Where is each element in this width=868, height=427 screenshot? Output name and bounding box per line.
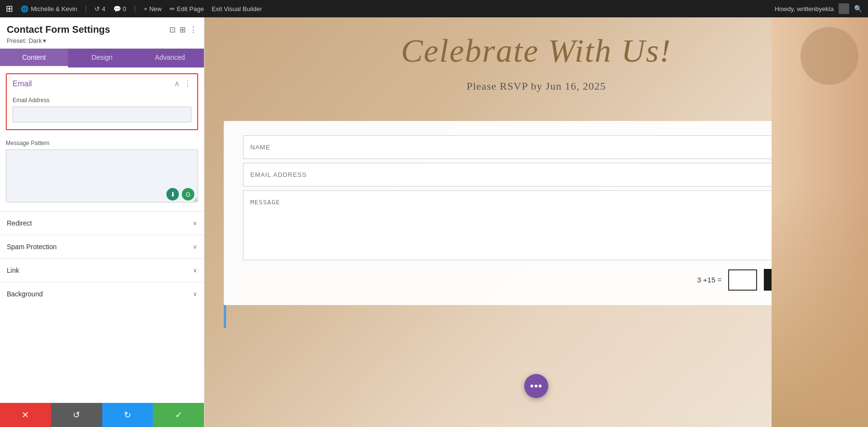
fab-button[interactable]: ••• xyxy=(524,374,548,398)
discard-button[interactable]: ✕ xyxy=(0,403,51,427)
textarea-action-icons: ⬇ G xyxy=(166,188,194,200)
left-panel: Contact Form Settings ⊡ ⊞ ⋮ Preset: Dark… xyxy=(0,17,204,427)
panel-title: Contact Form Settings xyxy=(7,24,110,35)
accordion-link-label: Link xyxy=(7,267,19,274)
comments-link[interactable]: 💬 0 xyxy=(113,5,126,13)
accordion-redirect-label: Redirect xyxy=(7,219,32,227)
captcha-label: 3 +15 = xyxy=(697,276,722,284)
site-name-link[interactable]: 🌐 Michelle & Kevin xyxy=(21,5,77,13)
form-bottom: 3 +15 = SUBMIT → xyxy=(243,269,829,291)
new-link[interactable]: + New xyxy=(144,5,162,13)
canvas-main-title: Celebrate With Us! xyxy=(204,32,868,70)
form-card: 3 +15 = SUBMIT → xyxy=(224,121,849,305)
email-address-input[interactable] xyxy=(13,107,191,122)
topbar-separator-1: | xyxy=(85,4,87,13)
person-body-shape xyxy=(772,186,868,427)
email-section: Email ∧ ⋮ Email Address xyxy=(6,73,198,130)
tab-content[interactable]: Content xyxy=(0,49,68,67)
search-icon[interactable]: 🔍 xyxy=(854,5,862,13)
message-pattern-label: Message Pattern xyxy=(6,140,198,147)
redo-button[interactable]: ↻ xyxy=(102,403,153,427)
accordion-link: Link ∨ xyxy=(0,258,204,282)
revisions-link[interactable]: ↺ 4 xyxy=(95,5,105,13)
topbar-separator-2: | xyxy=(134,4,136,13)
edit-page-link[interactable]: ✏ Edit Page xyxy=(170,5,204,13)
bottom-toolbar: ✕ ↺ ↻ ✓ xyxy=(0,403,204,427)
panel-header: Contact Form Settings ⊡ ⊞ ⋮ Preset: Dark… xyxy=(0,17,204,49)
preset-label: Preset: xyxy=(7,37,27,44)
avatar[interactable] xyxy=(839,3,849,14)
redo-icon: ↻ xyxy=(124,410,131,420)
accordion-background-label: Background xyxy=(7,290,43,298)
howdy-text: Howdy, writtenbyekta xyxy=(774,5,834,13)
accordion-spam-protection-header[interactable]: Spam Protection ∨ xyxy=(7,235,197,258)
site-favicon: 🌐 xyxy=(21,5,28,13)
accordion-background-chevron: ∨ xyxy=(193,291,197,297)
wordpress-icon[interactable]: ⊞ xyxy=(6,3,13,14)
message-pattern-section: Message Pattern ⬇ G xyxy=(0,136,204,211)
main-layout: Contact Form Settings ⊡ ⊞ ⋮ Preset: Dark… xyxy=(0,17,868,427)
accordion-redirect: Redirect ∨ xyxy=(0,211,204,235)
email-section-collapse-icon[interactable]: ∧ xyxy=(174,79,180,88)
background-image: Celebrate With Us! Please RSVP by Jun 16… xyxy=(204,17,868,427)
accordion-background-header[interactable]: Background ∨ xyxy=(7,282,197,306)
accordion-spam-protection-label: Spam Protection xyxy=(7,243,57,251)
right-person-decoration xyxy=(772,17,868,427)
form-name-input[interactable] xyxy=(243,135,829,159)
email-section-header: Email ∧ ⋮ xyxy=(7,74,197,93)
comments-icon: 💬 xyxy=(113,5,121,13)
grammarly-icon[interactable]: G xyxy=(182,188,194,200)
panel-tabs: Content Design Advanced xyxy=(0,49,204,67)
email-section-icons: ∧ ⋮ xyxy=(174,79,191,88)
topbar-right: Howdy, writtenbyekta 🔍 xyxy=(774,3,862,14)
canvas-area: Celebrate With Us! Please RSVP by Jun 16… xyxy=(204,17,868,427)
resize-icon[interactable]: ⊡ xyxy=(169,25,176,34)
revisions-icon: ↺ xyxy=(95,5,100,13)
accordion-redirect-header[interactable]: Redirect ∨ xyxy=(7,212,197,235)
email-section-body: Email Address xyxy=(7,93,197,129)
accordion-spam-protection: Spam Protection ∨ xyxy=(0,235,204,258)
email-address-label: Email Address xyxy=(13,97,191,104)
canvas-subtitle: Please RSVP by Jun 16, 2025 xyxy=(204,80,868,93)
accordion-background: Background ∨ xyxy=(0,282,204,306)
message-pattern-wrapper: ⬇ G xyxy=(6,149,198,204)
topbar: ⊞ 🌐 Michelle & Kevin | ↺ 4 💬 0 | + New ✏… xyxy=(0,0,868,17)
email-section-more-icon[interactable]: ⋮ xyxy=(184,79,191,88)
layout-icon[interactable]: ⊞ xyxy=(179,25,186,34)
undo-icon: ↺ xyxy=(73,410,80,420)
undo-button[interactable]: ↺ xyxy=(51,403,102,427)
form-message-textarea[interactable] xyxy=(243,190,829,260)
canvas-title-text: Celebrate With Us! xyxy=(401,32,671,69)
accordion-link-header[interactable]: Link ∨ xyxy=(7,259,197,282)
edit-icon: ✏ xyxy=(170,5,175,13)
save-button[interactable]: ✓ xyxy=(153,403,204,427)
accordion-link-chevron: ∨ xyxy=(193,267,197,274)
preset-chevron-icon: ▾ xyxy=(43,37,46,44)
panel-title-row: Contact Form Settings ⊡ ⊞ ⋮ xyxy=(7,24,197,35)
person-head-shape xyxy=(800,27,858,85)
captcha-input[interactable] xyxy=(728,269,757,291)
panel-header-icons: ⊡ ⊞ ⋮ xyxy=(169,25,197,34)
preset-dropdown[interactable]: Dark ▾ xyxy=(28,37,46,44)
email-section-title: Email xyxy=(13,80,32,88)
accordion-redirect-chevron: ∨ xyxy=(193,220,197,227)
more-options-icon[interactable]: ⋮ xyxy=(190,25,197,34)
preset-row: Preset: Dark ▾ xyxy=(7,37,197,44)
panel-content: Email ∧ ⋮ Email Address Message Pattern xyxy=(0,67,204,403)
accordion-spam-protection-chevron: ∨ xyxy=(193,243,197,250)
fab-dots-icon: ••• xyxy=(530,380,542,392)
ai-assist-icon[interactable]: ⬇ xyxy=(166,188,179,200)
tab-design[interactable]: Design xyxy=(68,49,136,67)
discard-icon: ✕ xyxy=(22,410,29,420)
form-email-input[interactable] xyxy=(243,163,829,187)
save-icon: ✓ xyxy=(175,410,182,420)
exit-visual-builder-link[interactable]: Exit Visual Builder xyxy=(212,5,262,13)
new-icon: + xyxy=(144,5,148,13)
tab-advanced[interactable]: Advanced xyxy=(136,49,204,67)
